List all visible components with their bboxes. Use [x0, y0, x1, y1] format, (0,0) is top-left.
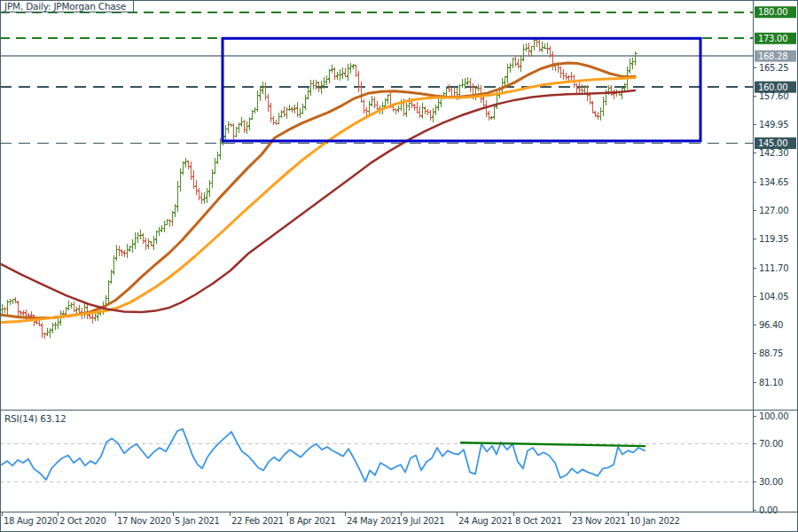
date-tick-label: 24 May 2021	[347, 516, 402, 526]
chart-background	[0, 0, 798, 532]
date-tick-label: 24 Aug 2021	[458, 516, 512, 526]
date-tick-label: 8 Apr 2021	[289, 516, 335, 526]
price-level-badge-label: 145.00	[758, 138, 787, 148]
price-tick-label: 165.25	[759, 63, 788, 73]
trading-chart-window: 165.25157.60149.95142.30134.65127.00119.…	[0, 0, 798, 532]
price-tick-label: 81.10	[759, 378, 783, 387]
date-tick-label: 8 Oct 2021	[515, 516, 561, 526]
rsi-tick-label: 30.00	[759, 477, 783, 487]
price-tick-label: 142.30	[759, 148, 788, 158]
rsi-tick-label: 0.00	[759, 505, 778, 515]
price-level-badge-label: 173.00	[758, 34, 787, 43]
date-tick-label: 23 Nov 2021	[572, 516, 626, 526]
price-tick-label: 104.05	[759, 292, 788, 301]
date-tick-label: 9 Jul 2021	[403, 516, 444, 526]
price-tick-label: 111.70	[759, 263, 788, 273]
rsi-tick-label: 100.00	[759, 411, 788, 421]
date-tick-label: 17 Nov 2020	[117, 516, 171, 526]
date-tick-label: 10 Jan 2022	[630, 516, 680, 526]
date-tick-label: 18 Aug 2020	[4, 516, 58, 526]
rsi-tick-label: 70.00	[759, 439, 783, 449]
price-tick-label: 88.75	[759, 348, 783, 358]
date-tick-label: 5 Jan 2021	[175, 516, 220, 526]
chart-canvas: 165.25157.60149.95142.30134.65127.00119.…	[0, 0, 798, 532]
rsi-indicator-label: RSI(14) 63.12	[4, 413, 66, 424]
chart-title: JPM, Daily: JPMorgan Chase	[4, 1, 126, 12]
date-tick-label: 22 Feb 2021	[231, 516, 284, 526]
price-level-badge-label: 180.00	[758, 7, 787, 17]
price-tick-label: 119.35	[759, 234, 788, 244]
price-tick-label: 127.00	[759, 206, 788, 215]
price-tick-label: 149.95	[759, 120, 788, 129]
current-price-badge-label: 168.28	[758, 51, 787, 61]
date-tick-label: 2 Oct 2020	[59, 516, 106, 526]
price-tick-label: 96.40	[759, 320, 783, 330]
price-level-badge-label: 160.00	[758, 82, 787, 92]
price-tick-label: 134.65	[759, 177, 788, 187]
